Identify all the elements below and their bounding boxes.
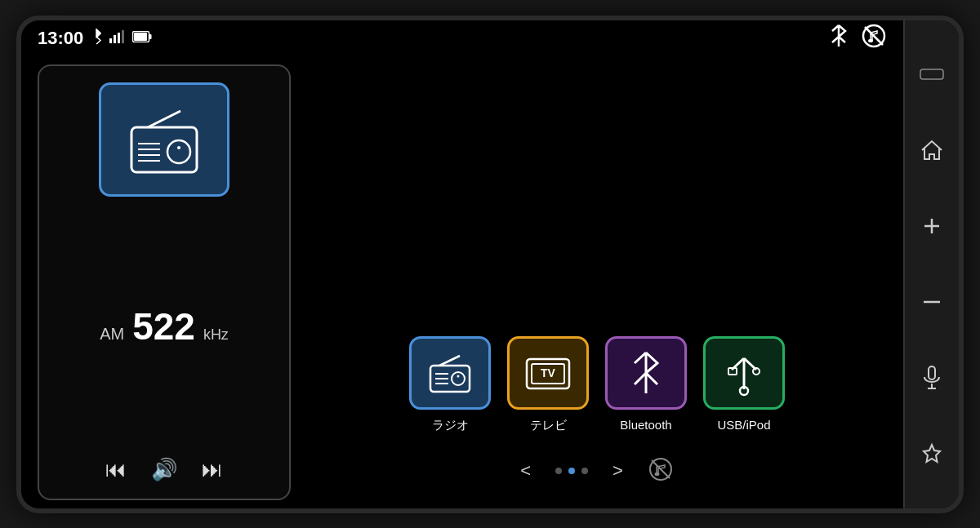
svg-point-24	[452, 372, 465, 385]
source-grid: ラジオ TV テレビ	[307, 336, 887, 433]
svg-rect-1	[114, 35, 116, 43]
usb-icon-box	[703, 336, 785, 410]
dot-2	[568, 468, 575, 474]
content-area: AM 522 kHz ⏮ 🔊 ⏭	[21, 56, 903, 508]
status-time: 13:00	[38, 28, 83, 49]
status-left: 13:00	[38, 28, 152, 49]
bluetooth-status-icon	[90, 29, 103, 48]
no-signal-icon	[861, 23, 887, 54]
side-buttons	[903, 20, 959, 508]
radio-icon-large	[99, 82, 229, 197]
freq-number: 522	[132, 304, 195, 348]
source-item-bluetooth[interactable]: Bluetooth	[605, 336, 687, 433]
svg-line-36	[652, 460, 670, 478]
prev-page-button[interactable]: <	[520, 460, 531, 481]
freq-unit: kHz	[203, 326, 229, 344]
now-playing-card: AM 522 kHz ⏮ 🔊 ⏭	[38, 64, 291, 500]
volume-up-button[interactable]	[915, 210, 948, 242]
radio-label: ラジオ	[432, 418, 469, 433]
battery-icon	[132, 31, 152, 46]
volume-down-button[interactable]	[915, 286, 948, 318]
svg-rect-3	[122, 30, 124, 43]
svg-line-12	[148, 111, 180, 127]
source-area: ラジオ TV テレビ	[307, 64, 887, 500]
freq-display: AM 522 kHz	[100, 304, 229, 348]
svg-rect-6	[134, 33, 147, 41]
svg-rect-2	[118, 33, 120, 43]
prev-button[interactable]: ⏮	[105, 457, 127, 482]
svg-text:TV: TV	[541, 366, 556, 379]
source-item-radio[interactable]: ラジオ	[409, 336, 491, 433]
playback-controls: ⏮ 🔊 ⏭	[105, 457, 223, 482]
home-button[interactable]	[915, 134, 948, 166]
tv-icon-box: TV	[507, 336, 589, 410]
tv-label: テレビ	[530, 418, 567, 433]
signal-icon	[109, 30, 126, 47]
freq-band: AM	[100, 325, 124, 344]
next-button[interactable]: ⏭	[202, 457, 223, 482]
svg-point-18	[177, 146, 180, 149]
bluetooth-icon-box	[605, 336, 687, 410]
svg-line-8	[865, 27, 883, 45]
radio-icon-box	[409, 336, 491, 410]
bluetooth-main-icon	[830, 24, 848, 52]
svg-point-38	[656, 473, 659, 476]
device-frame: 13:00	[16, 16, 964, 513]
next-page-button[interactable]: >	[612, 460, 623, 481]
power-indicator	[915, 58, 948, 91]
status-bar: 13:00	[21, 20, 903, 56]
svg-point-17	[167, 140, 190, 163]
svg-point-10	[870, 39, 873, 42]
dot-3	[581, 468, 588, 474]
no-music-icon	[648, 456, 674, 486]
favorite-button[interactable]	[915, 437, 948, 470]
bluetooth-label: Bluetooth	[620, 418, 671, 432]
svg-line-20	[439, 356, 460, 366]
status-right	[830, 23, 887, 54]
usb-label: USB/iPod	[717, 418, 770, 432]
mic-button[interactable]	[915, 362, 948, 394]
svg-rect-39	[920, 69, 943, 79]
page-dots	[555, 468, 588, 474]
pagination-bar: < >	[307, 450, 887, 492]
svg-rect-43	[929, 366, 935, 379]
svg-rect-5	[149, 34, 152, 39]
svg-rect-0	[109, 38, 112, 43]
dot-1	[555, 468, 562, 474]
source-item-usb[interactable]: USB/iPod	[703, 336, 785, 433]
svg-point-25	[457, 375, 460, 377]
source-item-tv[interactable]: TV テレビ	[507, 336, 589, 433]
main-screen: 13:00	[21, 20, 903, 508]
volume-button[interactable]: 🔊	[151, 457, 177, 482]
